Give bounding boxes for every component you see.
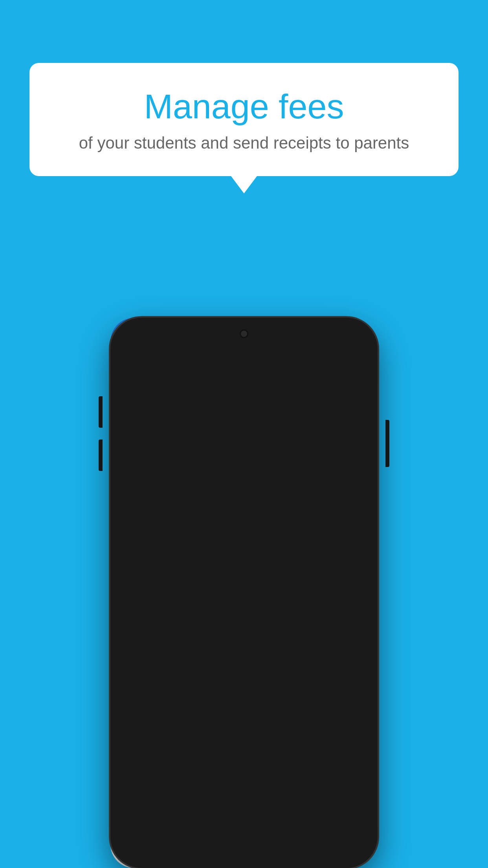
transaction-name: Arjun (120, 598, 150, 611)
transaction-name: Anupriya (120, 644, 171, 658)
bubble-subtitle: of your students and send receipts to pa… (61, 134, 427, 153)
filter-label: FILTER (306, 570, 338, 581)
transaction-row1: Anupriya ₹19332.00 (120, 644, 351, 658)
app-bar-title: Payments (143, 349, 307, 366)
transactions-header: TRANSACTIONS FILTER ▼ (110, 563, 360, 588)
online-icon (246, 512, 257, 526)
transaction-date: 06 June 2019 (294, 614, 351, 625)
card-payment-icon (285, 599, 294, 610)
filter-icon: ▼ (341, 570, 351, 581)
tab-unpaid[interactable]: UNPAID (110, 377, 173, 403)
transaction-amount-wrap: ₹19332.00 (285, 645, 351, 658)
transactions-label: TRANSACTIONS (120, 570, 192, 581)
cash-payment-icon (285, 645, 294, 657)
bubble-title: Manage fees (61, 86, 427, 127)
offline-label: Offline (142, 513, 171, 525)
table-row[interactable]: Arjun ₹20320.00 Physi (110, 588, 360, 635)
offline-payment-card: Offline ₹ 19,332 (118, 503, 232, 555)
phone-btn-right (385, 420, 389, 467)
tab-paid[interactable]: PAID (235, 377, 298, 403)
wifi-icon: ▼ (318, 323, 327, 333)
phone-btn-volume (99, 440, 103, 471)
app-bar-icons: + (315, 348, 349, 368)
online-amount: ₹ 40,640 (246, 530, 345, 546)
table-row[interactable]: Anupriya ₹19332.00 (110, 635, 360, 671)
tab-upcoming[interactable]: UPCOMING (173, 377, 235, 403)
offline-amount: ₹ 19,332 (126, 530, 224, 546)
tabs-container: UNPAID UPCOMING PAID STUDENTS (110, 377, 360, 404)
status-icons: ▼ ▲ ▮ (318, 323, 346, 333)
speech-bubble: Manage fees of your students and send re… (29, 63, 459, 176)
payment-total-amount: ₹ 59,972 (110, 466, 360, 495)
filter-button[interactable]: FILTER ▼ (306, 570, 351, 581)
search-placeholder: Search by Course or Name (147, 416, 271, 428)
payment-received-label: Payment received (110, 451, 360, 462)
phone-btn-left (99, 396, 103, 428)
transaction-amount-wrap: ₹20320.00 (285, 598, 351, 611)
phone-screen: 14:29 ▼ ▲ ▮ ← Payments (110, 318, 360, 868)
settings-button[interactable] (315, 349, 328, 366)
add-button[interactable]: + (339, 348, 349, 368)
offline-card-header: Offline (126, 512, 224, 526)
search-bar: 🔍 Search by Course or Name (110, 404, 360, 439)
transaction-row1: Arjun ₹20320.00 (120, 598, 351, 611)
search-input-wrap[interactable]: 🔍 Search by Course or Name (120, 410, 351, 434)
payment-cards: Offline ₹ 19,332 Online (110, 503, 360, 563)
transaction-amount: ₹19332.00 (298, 645, 351, 658)
offline-icon (126, 512, 137, 526)
online-card-header: Online (246, 512, 345, 526)
phone-camera (240, 329, 248, 338)
app-bar: ← Payments + (110, 338, 360, 377)
battery-icon: ▮ (341, 323, 346, 333)
status-time: 14:29 (125, 322, 149, 333)
phone-wrapper: 14:29 ▼ ▲ ▮ ← Payments (110, 318, 378, 868)
transaction-list: Arjun ₹20320.00 Physi (110, 588, 360, 671)
back-button[interactable]: ← (121, 349, 136, 366)
search-icon: 🔍 (128, 415, 141, 428)
transaction-course: Physics Batch 12 Installment - 2 (120, 614, 254, 625)
speech-bubble-container: Manage fees of your students and send re… (29, 63, 459, 176)
online-label: Online (262, 513, 292, 525)
transaction-amount: ₹20320.00 (298, 598, 351, 611)
tab-students[interactable]: STUDENTS (298, 377, 360, 403)
transaction-row2: Physics Batch 12 Installment - 2 06 June… (120, 614, 351, 625)
signal-icon: ▲ (330, 323, 338, 333)
online-payment-card: Online ₹ 40,640 (238, 503, 352, 555)
payment-received-section: Payment received ₹ 59,972 (110, 439, 360, 503)
phone: 14:29 ▼ ▲ ▮ ← Payments (110, 318, 378, 868)
background: Manage fees of your students and send re… (0, 0, 488, 868)
